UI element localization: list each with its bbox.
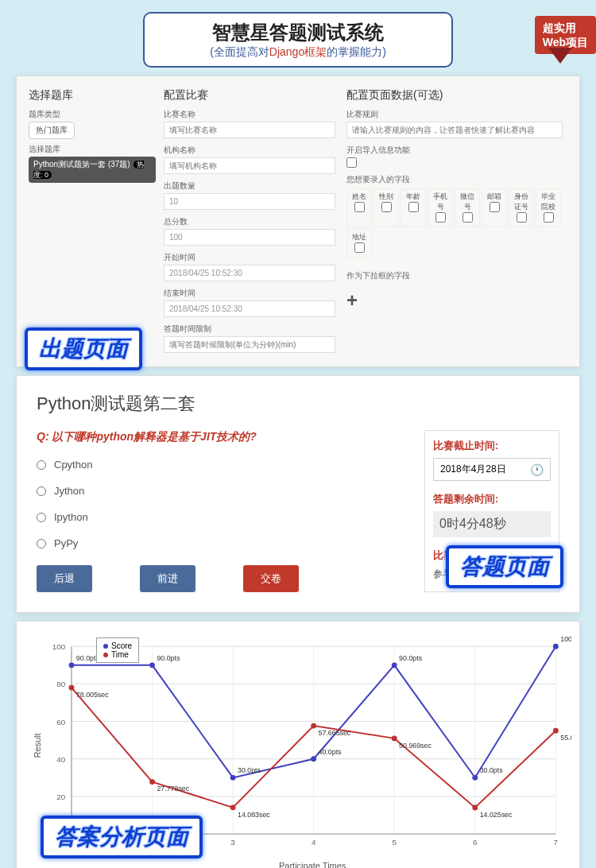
- svg-text:5: 5: [392, 838, 397, 847]
- field-item[interactable]: 毕业院校: [536, 188, 561, 227]
- deadline-box: 2018年4月28日 🕐: [433, 458, 551, 481]
- field-grid: 姓名性别年龄手机号微信号邮箱身份证号毕业院校地址: [346, 188, 567, 258]
- option-row[interactable]: Cpython: [37, 459, 408, 471]
- field-item[interactable]: 年龄: [401, 188, 426, 227]
- badge-ribbon-icon: [548, 48, 572, 64]
- bank-chip[interactable]: Python测试题第一套 (37题) 热度: 0: [29, 157, 156, 183]
- chart-legend: Score Time: [96, 637, 139, 663]
- field-item[interactable]: 微信号: [455, 188, 480, 227]
- svg-point-38: [553, 644, 559, 649]
- svg-point-28: [149, 662, 155, 668]
- question-text: Q: 以下哪种python解释器是基于JIT技术的?: [37, 430, 408, 444]
- total-score-input[interactable]: [164, 229, 335, 246]
- option-radio[interactable]: [37, 539, 46, 548]
- submit-button[interactable]: 交卷: [243, 565, 299, 592]
- svg-point-36: [472, 775, 478, 781]
- overlay-label-config: 出题页面: [25, 327, 142, 370]
- field-item[interactable]: 手机号: [428, 188, 453, 227]
- time-limit-input[interactable]: [164, 336, 335, 353]
- field-item[interactable]: 身份证号: [509, 188, 534, 227]
- question-count-input[interactable]: [164, 193, 335, 210]
- svg-point-30: [230, 775, 236, 781]
- import-toggle-checkbox[interactable]: [346, 157, 357, 168]
- field-item[interactable]: 邮箱: [482, 188, 507, 227]
- svg-text:100.0pts: 100.0pts: [560, 635, 571, 643]
- option-row[interactable]: Jython: [37, 485, 408, 497]
- back-button[interactable]: 后退: [37, 565, 92, 592]
- svg-text:90.0pts: 90.0pts: [399, 654, 423, 662]
- start-time-input[interactable]: [164, 265, 335, 281]
- org-name-input[interactable]: [164, 157, 335, 174]
- clock-icon: 🕐: [530, 463, 544, 476]
- svg-text:14.025sec: 14.025sec: [480, 811, 513, 819]
- config-contest-title: 配置比赛: [164, 88, 339, 103]
- svg-text:78.005sec: 78.005sec: [76, 691, 109, 699]
- page-title: 智慧星答题测试系统: [154, 20, 442, 45]
- svg-text:57.665sec: 57.665sec: [319, 729, 351, 737]
- svg-text:30.0pts: 30.0pts: [238, 766, 261, 774]
- bank-type-label: 题库类型: [29, 109, 156, 120]
- svg-text:6: 6: [473, 838, 478, 847]
- quiz-title: Python测试题第二套: [37, 392, 559, 416]
- config-page-data-title: 配置页面数据(可选): [346, 88, 567, 103]
- contest-name-input[interactable]: [164, 122, 335, 138]
- svg-text:27.778sec: 27.778sec: [157, 785, 189, 792]
- svg-point-40: [69, 685, 75, 691]
- page-subtitle: (全面提高对Django框架的掌握能力): [154, 45, 442, 60]
- svg-text:20: 20: [56, 792, 65, 801]
- svg-text:14.083sec: 14.083sec: [238, 811, 270, 819]
- svg-point-48: [392, 735, 397, 741]
- svg-text:60: 60: [56, 718, 65, 727]
- overlay-label-chart: 答案分析页面: [41, 816, 203, 858]
- field-item[interactable]: 性别: [373, 188, 399, 227]
- plus-icon[interactable]: +: [346, 289, 567, 312]
- quiz-panel: Python测试题第二套 Q: 以下哪种python解释器是基于JIT技术的? …: [16, 375, 580, 613]
- option-radio[interactable]: [37, 513, 46, 522]
- end-time-input[interactable]: [164, 300, 335, 317]
- option-radio[interactable]: [37, 460, 46, 470]
- svg-point-44: [230, 804, 236, 810]
- countdown-timer: 0时4分48秒: [433, 511, 551, 537]
- svg-text:100: 100: [52, 642, 66, 651]
- bank-type-pill[interactable]: 热门题库: [29, 122, 75, 139]
- chart-panel: 20406080100123456790.0pts90.0pts30.0pts4…: [16, 621, 580, 868]
- svg-text:55.079sec: 55.079sec: [560, 734, 571, 742]
- option-row[interactable]: PyPy: [37, 537, 408, 549]
- header-banner: 智慧星答题测试系统 (全面提高对Django框架的掌握能力): [143, 12, 453, 68]
- svg-point-46: [311, 723, 316, 729]
- y-axis-label: Result: [33, 733, 42, 758]
- svg-text:90.0pts: 90.0pts: [157, 654, 180, 662]
- forward-button[interactable]: 前进: [140, 565, 195, 592]
- option-row[interactable]: Ipython: [37, 511, 408, 523]
- svg-point-52: [553, 728, 559, 734]
- svg-point-50: [472, 805, 478, 811]
- overlay-label-quiz: 答题页面: [446, 545, 563, 588]
- svg-text:3: 3: [230, 838, 235, 847]
- select-bank-label: 选择题库: [29, 144, 156, 155]
- field-item[interactable]: 姓名: [346, 188, 372, 227]
- option-radio[interactable]: [37, 486, 46, 496]
- svg-point-42: [149, 779, 155, 785]
- svg-point-32: [311, 756, 316, 761]
- config-panel: 选择题库 题库类型 热门题库 选择题库 Python测试题第一套 (37题) 热…: [16, 76, 580, 367]
- contest-rule-input[interactable]: [346, 122, 563, 138]
- svg-text:30.0pts: 30.0pts: [480, 766, 504, 774]
- svg-text:50.969sec: 50.969sec: [399, 742, 432, 750]
- x-axis-label: Participate Times: [279, 861, 346, 868]
- svg-text:7: 7: [554, 838, 558, 847]
- select-bank-title: 选择题库: [29, 88, 156, 103]
- svg-text:4: 4: [312, 838, 316, 847]
- svg-text:80: 80: [56, 680, 65, 688]
- field-item[interactable]: 地址: [346, 229, 372, 258]
- svg-point-34: [392, 662, 397, 668]
- svg-text:40: 40: [56, 755, 65, 764]
- svg-point-26: [69, 662, 75, 668]
- svg-text:40.0pts: 40.0pts: [319, 748, 343, 756]
